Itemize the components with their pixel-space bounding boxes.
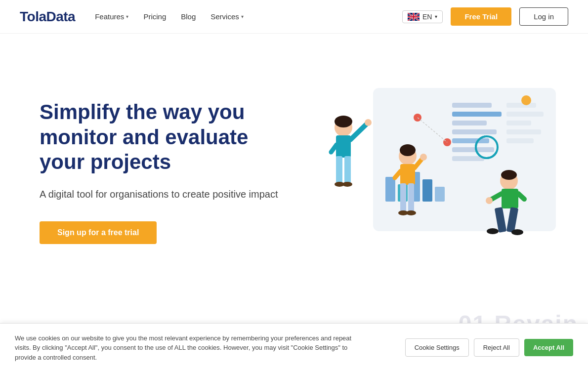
- svg-rect-5: [452, 129, 497, 134]
- nav-pricing[interactable]: Pricing: [143, 12, 166, 21]
- svg-point-52: [487, 228, 499, 234]
- svg-line-28: [350, 123, 368, 140]
- svg-rect-31: [344, 156, 351, 183]
- svg-line-29: [331, 145, 336, 152]
- signup-button[interactable]: Sign up for a free trial: [40, 221, 157, 244]
- logo[interactable]: TolaData: [20, 9, 75, 25]
- svg-rect-9: [506, 103, 536, 108]
- svg-rect-19: [422, 179, 432, 202]
- svg-rect-30: [336, 156, 342, 183]
- svg-point-54: [486, 197, 493, 204]
- hero-illustration-svg: [299, 73, 566, 271]
- nav-features[interactable]: Features ▾: [95, 12, 128, 21]
- flag-icon: [408, 13, 420, 21]
- svg-rect-16: [385, 177, 395, 202]
- svg-rect-10: [506, 112, 544, 117]
- svg-rect-2: [452, 103, 492, 108]
- svg-rect-20: [435, 187, 445, 202]
- svg-point-53: [511, 229, 523, 235]
- logo-text: TolaData: [20, 9, 75, 24]
- svg-point-46: [501, 170, 517, 180]
- navbar: TolaData Features ▾ Pricing Blog Service…: [0, 0, 588, 34]
- svg-point-43: [406, 210, 416, 215]
- svg-rect-4: [452, 121, 487, 125]
- svg-rect-8: [452, 156, 484, 161]
- chevron-down-icon: ▾: [126, 14, 128, 19]
- hero-section: Simplify the way you monitor and evaluat…: [0, 34, 588, 310]
- svg-rect-11: [506, 121, 531, 125]
- lang-chevron-icon: ▾: [435, 14, 437, 19]
- free-trial-button[interactable]: Free Trial: [451, 7, 511, 26]
- svg-point-34: [365, 119, 372, 126]
- svg-rect-13: [506, 138, 534, 143]
- svg-rect-3: [452, 112, 502, 117]
- lang-label: EN: [422, 13, 432, 21]
- svg-rect-7: [452, 147, 494, 152]
- login-button[interactable]: Log in: [519, 7, 568, 26]
- svg-point-33: [342, 182, 352, 187]
- svg-point-36: [400, 144, 416, 156]
- hero-subtitle: A digital tool for organisations to crea…: [40, 187, 299, 202]
- svg-point-24: [521, 95, 531, 105]
- svg-point-26: [335, 116, 352, 127]
- chevron-down-icon-2: ▾: [241, 14, 244, 19]
- nav-services[interactable]: Services ▾: [210, 12, 244, 21]
- nav-links: Features ▾ Pricing Blog Services ▾: [95, 12, 402, 21]
- svg-rect-40: [400, 183, 406, 212]
- nav-blog[interactable]: Blog: [181, 12, 196, 21]
- svg-point-44: [420, 154, 427, 161]
- hero-text-block: Simplify the way you monitor and evaluat…: [40, 100, 299, 244]
- hero-title: Simplify the way you monitor and evaluat…: [40, 100, 299, 174]
- svg-rect-12: [506, 129, 541, 134]
- language-selector[interactable]: EN ▾: [402, 10, 443, 23]
- svg-rect-47: [502, 189, 518, 208]
- svg-rect-41: [408, 183, 414, 212]
- svg-rect-6: [452, 138, 489, 143]
- hero-illustration: [299, 73, 566, 271]
